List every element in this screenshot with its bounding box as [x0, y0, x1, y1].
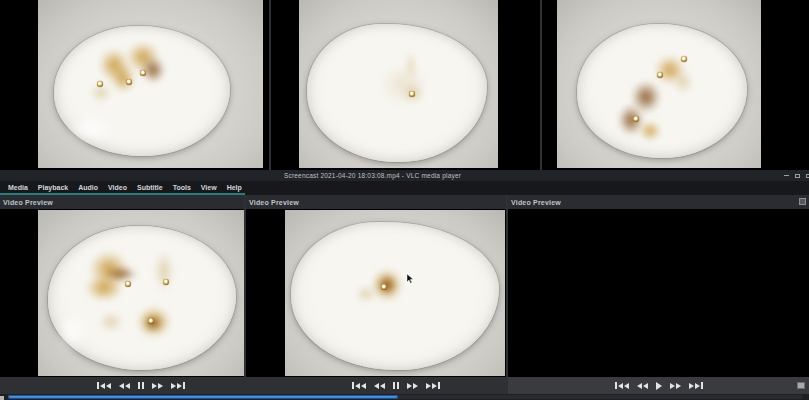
video-surface[interactable] [557, 0, 761, 168]
preview-panel-right: Video Preview [508, 195, 809, 394]
menubar: Media Playback Audio Video Subtitle Tool… [0, 181, 809, 193]
video-area [0, 209, 244, 377]
fast-forward-button[interactable] [148, 383, 167, 389]
pause-button[interactable] [134, 382, 148, 389]
rewind-button[interactable] [633, 383, 652, 389]
menu-item-help[interactable]: Help [227, 184, 242, 191]
skip-back-button[interactable] [348, 382, 370, 389]
panel-header: Video Preview [508, 195, 809, 209]
transport-bar [0, 377, 244, 394]
fast-forward-button[interactable] [403, 383, 422, 389]
menu-item-video[interactable]: Video [108, 184, 127, 191]
skip-forward-button[interactable] [685, 382, 707, 389]
preview-panels: Video Preview [0, 195, 809, 394]
rewind-button[interactable] [370, 383, 389, 389]
stain [150, 242, 178, 300]
menu-item-audio[interactable]: Audio [78, 184, 98, 191]
skip-forward-button[interactable] [422, 382, 444, 389]
droplet [97, 81, 103, 87]
video-tile-top-right [542, 0, 809, 170]
fast-forward-button[interactable] [666, 383, 685, 389]
droplet [633, 116, 639, 122]
droplet [126, 79, 132, 85]
seekbar-row [0, 394, 809, 400]
droplet [409, 91, 415, 97]
droplet [381, 284, 387, 290]
screen: Screencast 2021-04-20 18:03:08.mp4 - VLC… [0, 0, 809, 400]
droplet [140, 70, 146, 76]
minimize-icon[interactable] [783, 172, 790, 179]
video-surface[interactable] [38, 210, 244, 376]
close-icon[interactable] [805, 172, 809, 179]
menu-item-view[interactable]: View [201, 184, 217, 191]
panel-header: Video Preview [246, 195, 506, 209]
skip-back-button[interactable] [611, 382, 633, 389]
menu-item-media[interactable]: Media [8, 184, 28, 191]
panel-title: Video Preview [246, 199, 299, 206]
stain [669, 66, 697, 98]
video-surface[interactable] [299, 0, 498, 168]
fullscreen-icon[interactable] [797, 382, 805, 389]
droplet [125, 281, 131, 287]
seekbar[interactable] [8, 395, 803, 399]
pause-button[interactable] [389, 382, 403, 389]
seekbar-fill [8, 395, 398, 399]
stain [351, 282, 381, 306]
video-area [246, 209, 506, 377]
droplet [163, 279, 169, 285]
menu-item-playback[interactable]: Playback [38, 184, 68, 191]
highlight [52, 306, 92, 358]
video-area-empty[interactable] [508, 209, 809, 377]
droplet [148, 318, 154, 324]
maximize-icon[interactable] [794, 172, 801, 179]
droplet [657, 72, 663, 78]
window-controls [783, 170, 808, 181]
window-titlebar[interactable]: Screencast 2021-04-20 18:03:08.mp4 - VLC… [0, 170, 809, 181]
panel-header: Video Preview [0, 195, 244, 209]
video-surface[interactable] [285, 210, 505, 376]
panel-title: Video Preview [0, 199, 53, 206]
preview-panel-center: Video Preview [246, 195, 506, 394]
transport-bar [246, 377, 506, 394]
rewind-button[interactable] [115, 383, 134, 389]
window-title: Screencast 2021-04-20 18:03:08.mp4 - VLC… [284, 172, 461, 179]
menu-item-tools[interactable]: Tools [173, 184, 191, 191]
preview-panel-left: Video Preview [0, 195, 244, 394]
detach-icon[interactable] [799, 198, 806, 205]
skip-forward-button[interactable] [167, 382, 189, 389]
skip-back-button[interactable] [93, 382, 115, 389]
transport-bar [508, 377, 809, 394]
stain [94, 308, 128, 336]
stain [635, 118, 665, 144]
stain [78, 270, 130, 306]
video-tile-top-left [0, 0, 269, 170]
corner-notch [0, 396, 4, 400]
menu-item-subtitle[interactable]: Subtitle [137, 184, 163, 191]
highlight [60, 112, 122, 146]
top-preview-row [0, 0, 809, 170]
droplet [681, 56, 687, 62]
video-tile-top-center [271, 0, 540, 170]
stain [405, 45, 417, 85]
play-button[interactable] [652, 382, 666, 390]
panel-title: Video Preview [508, 199, 561, 206]
video-surface[interactable] [38, 0, 263, 168]
mouse-cursor [407, 274, 414, 284]
